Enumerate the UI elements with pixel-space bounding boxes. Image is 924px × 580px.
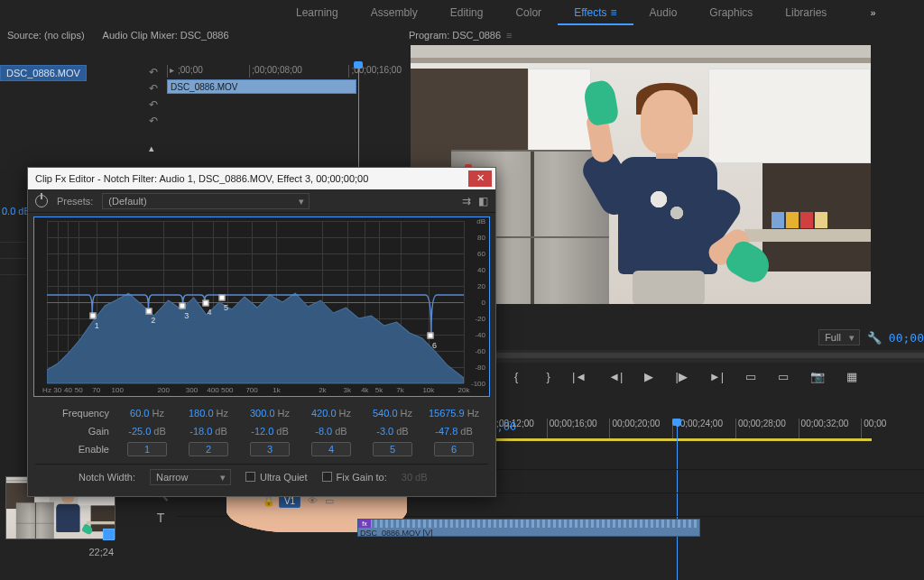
workspace-menu-icon[interactable]: ≡ <box>611 6 617 19</box>
freq-3[interactable]: 300.0 <box>250 408 275 419</box>
type-tool-icon[interactable]: T <box>157 511 165 525</box>
enable-5[interactable]: 5 <box>373 442 412 456</box>
workspace-audio[interactable]: Audio <box>633 0 694 25</box>
workspace-effects[interactable]: Effects≡ <box>558 0 633 25</box>
source-clip[interactable]: DSC_0886.MOV <box>167 79 356 94</box>
freq-1[interactable]: 60.0 <box>130 408 149 419</box>
workspace-editing[interactable]: Editing <box>434 0 500 25</box>
chevron-up-icon[interactable]: ▴ <box>149 143 154 154</box>
gain-label: Gain <box>35 426 116 437</box>
fx-window-title: Clip Fx Editor - Notch Filter: Audio 1, … <box>35 173 368 184</box>
mark-clip-icon[interactable]: } <box>543 370 550 383</box>
notch-width-dropdown[interactable]: Narrow <box>150 469 231 485</box>
enable-1[interactable]: 1 <box>127 442 167 456</box>
go-to-out-icon[interactable]: ►| <box>709 370 724 383</box>
undo-icon[interactable]: ↶ <box>149 97 158 112</box>
presets-label: Presets: <box>57 196 93 207</box>
track-v1: 🔒 V1 👁▭ fx DSC_0886.MOV [V] <box>177 516 924 539</box>
program-out-timecode[interactable]: 00;00 <box>889 331 924 345</box>
frequency-label: Frequency <box>35 408 116 419</box>
channel-map-icon[interactable]: ⇉ <box>462 195 471 207</box>
quality-dropdown[interactable]: Full <box>818 329 860 345</box>
enable-2[interactable]: 2 <box>189 442 228 456</box>
gain-4[interactable]: -8.0 <box>315 426 332 437</box>
timeline-ruler[interactable]: 00;00;12;00 00;00;16;00 00;00;20;00 00;0… <box>484 419 924 438</box>
source-clip-tab[interactable]: DSC_0886.MOV <box>0 65 87 81</box>
gain-2[interactable]: -18.0 <box>189 426 212 437</box>
gang-icon[interactable]: ◧ <box>478 195 488 207</box>
timeline-clip-v1[interactable]: fx DSC_0886.MOV [V] <box>357 519 700 537</box>
effect-rows-collapsed <box>0 242 27 290</box>
freq-5[interactable]: 540.0 <box>373 408 398 419</box>
workspace-assembly[interactable]: Assembly <box>355 0 434 25</box>
notch-point-6[interactable] <box>428 333 434 339</box>
play-icon[interactable]: ▶ <box>644 370 653 383</box>
enable-6[interactable]: 6 <box>434 442 474 456</box>
notch-width-label: Notch Width: <box>79 472 135 483</box>
play-icon[interactable]: ▸ <box>170 65 174 75</box>
fx-params: Frequency 60.0Hz 180.0Hz 300.0Hz 420.0Hz… <box>28 400 495 496</box>
fix-gain-value: 30 dB <box>402 472 428 483</box>
workspace-learning[interactable]: Learning <box>280 0 355 25</box>
fx-badge[interactable]: fx <box>358 520 371 528</box>
clip-fx-editor-window[interactable]: Clip Fx Editor - Notch Filter: Audio 1, … <box>27 167 496 497</box>
fix-gain-checkbox[interactable]: Fix Gain to: <box>322 472 387 483</box>
workspace-graphics[interactable]: Graphics <box>693 0 769 25</box>
mark-out-icon[interactable]: { <box>514 370 522 383</box>
enable-3[interactable]: 3 <box>250 442 290 456</box>
freq-4[interactable]: 420.0 <box>311 408 337 419</box>
workspace-color[interactable]: Color <box>499 0 558 25</box>
extract-icon[interactable]: ▭ <box>778 370 789 383</box>
source-ruler[interactable]: ▸;00;00 ;00;00;08;00 ;00;00;16;00 <box>167 65 402 78</box>
fx-titlebar[interactable]: Clip Fx Editor - Notch Filter: Audio 1, … <box>28 168 495 189</box>
source-title[interactable]: Source: (no clips) <box>7 30 85 41</box>
power-toggle-icon[interactable] <box>35 195 48 207</box>
workspace-overflow-icon[interactable]: » <box>870 7 875 18</box>
transport-bar: ⇥ { } |◄ ◄| ▶ |▶ ►| ▭ ▭ 📷 ▦ <box>483 366 924 386</box>
undo-icon[interactable]: ↶ <box>149 114 158 128</box>
notch-point-3[interactable] <box>180 303 186 309</box>
ultra-quiet-checkbox[interactable]: Ultra Quiet <box>245 472 308 483</box>
lift-icon[interactable]: ▭ <box>745 370 756 383</box>
undo-icon[interactable]: ↶ <box>149 65 158 79</box>
program-title[interactable]: Program: DSC_0886≡ <box>409 30 513 41</box>
audio-clip-mixer-tab[interactable]: Audio Clip Mixer: DSC_0886 <box>103 30 229 41</box>
undo-icon[interactable]: ↶ <box>149 81 158 96</box>
step-back-icon[interactable]: ◄| <box>608 370 623 383</box>
notch-point-4[interactable] <box>202 299 208 306</box>
preset-dropdown[interactable]: (Default) <box>102 193 310 209</box>
gain-1[interactable]: -25.0 <box>128 426 151 437</box>
freq-2[interactable]: 180.0 <box>189 408 214 419</box>
export-frame-icon[interactable]: 📷 <box>810 370 825 383</box>
freq-6[interactable]: 15675.9 <box>429 408 465 419</box>
work-area-bar[interactable] <box>484 438 872 441</box>
notch-point-1[interactable] <box>89 313 96 319</box>
clip-duration: 22;24 <box>88 547 114 557</box>
gain-6[interactable]: -47.8 <box>435 426 457 437</box>
gain-5[interactable]: -3.0 <box>376 426 393 437</box>
workspace-tabs: Learning Assembly Editing Color Effects≡… <box>0 0 924 25</box>
close-icon[interactable]: ✕ <box>468 170 492 187</box>
comparison-icon[interactable]: ▦ <box>846 370 857 383</box>
enable-label: Enable <box>35 444 116 455</box>
wrench-icon[interactable]: 🔧 <box>867 331 882 345</box>
go-to-in-icon[interactable]: |◄ <box>572 370 587 383</box>
step-forward-icon[interactable]: |▶ <box>675 370 687 383</box>
workspace-libraries[interactable]: Libraries <box>769 0 843 25</box>
fx-eq-graph[interactable]: Hz304050701002003004005007001k2k3k4k5k7k… <box>33 216 490 397</box>
enable-4[interactable]: 4 <box>311 442 351 456</box>
notch-point-5[interactable] <box>219 295 226 301</box>
notch-point-2[interactable] <box>146 308 152 314</box>
gain-3[interactable]: -12.0 <box>251 426 273 437</box>
thumbnail-selected-icon[interactable] <box>103 529 115 540</box>
